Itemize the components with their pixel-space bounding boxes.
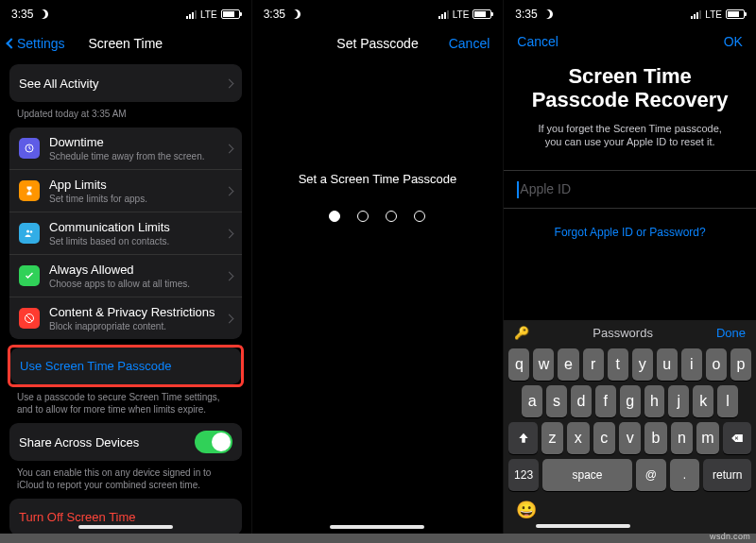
battery-icon: [221, 9, 240, 19]
key-n[interactable]: n: [671, 422, 693, 454]
key-q[interactable]: q: [508, 348, 529, 381]
chevron-right-icon: [224, 144, 233, 153]
chevron-right-icon: [224, 186, 233, 195]
status-time: 3:35: [11, 8, 33, 21]
home-indicator[interactable]: [330, 525, 424, 529]
key-m[interactable]: m: [696, 422, 718, 454]
always-allowed-row[interactable]: Always AllowedChoose apps to allow at al…: [9, 255, 242, 297]
share-caption: You can enable this on any device signed…: [17, 467, 234, 491]
use-screen-time-passcode-button[interactable]: Use Screen Time Passcode: [10, 348, 241, 384]
return-key[interactable]: return: [703, 459, 751, 491]
key-w[interactable]: w: [533, 348, 554, 381]
updated-caption: Updated today at 3:35 AM: [17, 108, 234, 120]
key-r[interactable]: r: [583, 348, 604, 381]
apple-id-field[interactable]: Apple ID: [504, 170, 756, 209]
status-time: 3:35: [515, 8, 537, 21]
key-o[interactable]: o: [706, 348, 727, 381]
keyboard-row-3: z x c v b n m: [508, 422, 751, 454]
home-indicator[interactable]: [78, 525, 173, 529]
key-y[interactable]: y: [632, 348, 653, 381]
passcode-caption: Use a passcode to secure Screen Time set…: [17, 391, 234, 416]
key-j[interactable]: j: [668, 385, 689, 417]
keyboard-row-2: a s d f g h j k l: [508, 385, 751, 417]
do-not-disturb-icon: [543, 9, 553, 19]
key-v[interactable]: v: [619, 422, 641, 454]
space-key[interactable]: space: [542, 459, 632, 491]
status-network: LTE: [453, 9, 470, 20]
forgot-link[interactable]: Forgot Apple ID or Password?: [504, 209, 756, 256]
watermark: wsdn.com: [710, 532, 750, 541]
passcode-recovery-panel: 3:35 LTE Cancel OK Screen Time Passcode …: [504, 0, 756, 534]
svg-point-1: [26, 230, 29, 233]
share-toggle[interactable]: [195, 431, 232, 453]
key-l[interactable]: l: [717, 385, 738, 417]
passwords-button[interactable]: Passwords: [593, 326, 653, 340]
backspace-key[interactable]: [723, 422, 751, 454]
key-p[interactable]: p: [730, 348, 751, 381]
do-not-disturb-icon: [39, 9, 48, 19]
numbers-key[interactable]: 123: [508, 459, 539, 491]
key-s[interactable]: s: [546, 385, 567, 417]
share-across-devices-row[interactable]: Share Across Devices: [9, 423, 242, 461]
see-all-activity-label: See All Activity: [19, 76, 226, 91]
recovery-heading: Screen Time Passcode Recovery: [523, 64, 737, 112]
app-limits-row[interactable]: App LimitsSet time limits for apps.: [9, 170, 242, 212]
back-button[interactable]: Settings: [8, 36, 65, 51]
key-e[interactable]: e: [558, 348, 578, 381]
communication-limits-row[interactable]: Communication LimitsSet limits based on …: [9, 212, 242, 255]
shift-key[interactable]: [508, 422, 537, 454]
home-indicator[interactable]: [536, 524, 630, 528]
limits-section: DowntimeSchedule time away from the scre…: [9, 127, 242, 339]
chevron-left-icon: [6, 38, 16, 48]
cancel-button[interactable]: Cancel: [449, 36, 490, 51]
recovery-body: If you forget the Screen Time passcode, …: [523, 122, 737, 150]
passcode-dot-3: [386, 211, 397, 222]
nav-bar: Set Passcode Cancel: [252, 28, 504, 59]
no-entry-icon: [19, 308, 40, 329]
ok-button[interactable]: OK: [724, 34, 743, 49]
key-d[interactable]: d: [571, 385, 592, 417]
cancel-button[interactable]: Cancel: [517, 34, 558, 49]
downtime-icon: [19, 138, 40, 159]
people-icon: [19, 223, 40, 244]
status-bar: 3:35 LTE: [252, 0, 504, 28]
keyboard-row-1: q w e r t y u i o p: [508, 348, 751, 381]
key-z[interactable]: z: [541, 422, 563, 454]
signal-icon: [438, 10, 449, 19]
status-bar: 3:35 LTE: [504, 0, 756, 28]
svg-point-2: [30, 230, 33, 233]
battery-icon: [472, 9, 491, 19]
content-privacy-row[interactable]: Content & Privacy RestrictionsBlock inap…: [9, 297, 242, 339]
downtime-row[interactable]: DowntimeSchedule time away from the scre…: [9, 127, 242, 170]
page-title: Screen Time: [89, 36, 163, 51]
see-all-activity-row[interactable]: See All Activity: [9, 64, 242, 102]
passcode-dots: [329, 211, 425, 222]
emoji-key[interactable]: 😀: [516, 501, 537, 519]
key-i[interactable]: i: [681, 348, 702, 381]
text-cursor: [517, 181, 519, 198]
passcode-dot-1: [329, 211, 340, 222]
key-k[interactable]: k: [693, 385, 713, 417]
key-u[interactable]: u: [657, 348, 678, 381]
at-key[interactable]: @: [636, 459, 666, 491]
passcode-prompt-label: Set a Screen Time Passcode: [299, 172, 457, 186]
keyboard: 🔑 Passwords Done q w e r t y u i o p a s…: [504, 320, 756, 534]
key-h[interactable]: h: [644, 385, 665, 417]
key-b[interactable]: b: [644, 422, 666, 454]
passcode-dot-4: [414, 211, 425, 222]
set-passcode-panel: 3:35 LTE Set Passcode Cancel Set a Scree…: [252, 0, 505, 534]
key-a[interactable]: a: [522, 385, 542, 417]
status-network: LTE: [200, 9, 217, 20]
key-g[interactable]: g: [620, 385, 641, 417]
key-icon[interactable]: 🔑: [514, 326, 529, 340]
done-button[interactable]: Done: [716, 326, 746, 340]
do-not-disturb-icon: [291, 9, 301, 19]
key-f[interactable]: f: [595, 385, 616, 417]
signal-icon: [186, 10, 197, 19]
key-c[interactable]: c: [593, 422, 615, 454]
chevron-right-icon: [224, 271, 233, 280]
key-x[interactable]: x: [567, 422, 589, 454]
status-network: LTE: [705, 9, 722, 20]
key-t[interactable]: t: [608, 348, 628, 381]
dot-key[interactable]: .: [670, 459, 700, 491]
